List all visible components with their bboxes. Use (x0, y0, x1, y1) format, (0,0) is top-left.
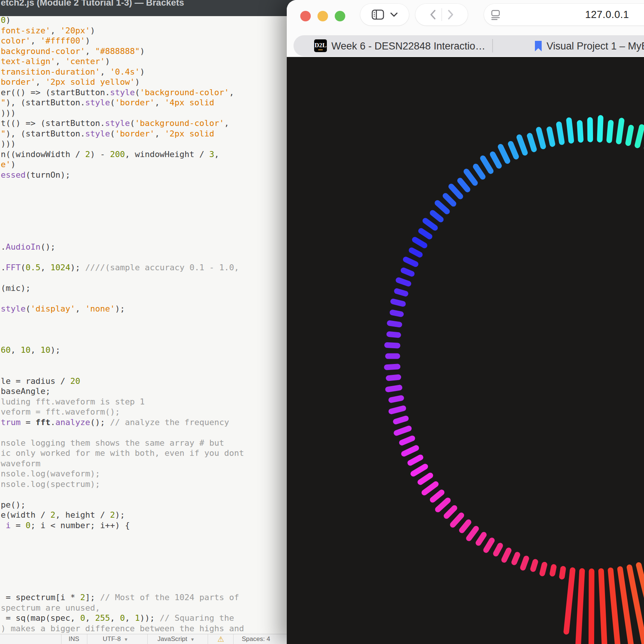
code-line[interactable] (0, 427, 287, 438)
back-button[interactable] (430, 9, 436, 20)
code-line[interactable] (0, 335, 287, 345)
code-line[interactable]: .AudioIn(); (0, 242, 287, 252)
code-line[interactable] (0, 314, 287, 325)
close-window-button[interactable] (300, 11, 311, 21)
code-line[interactable] (0, 252, 287, 263)
code-line[interactable]: ))) (0, 108, 287, 118)
code-line[interactable]: nsole.log(spectrum); (0, 479, 287, 490)
page-format-button[interactable] (491, 9, 500, 20)
code-line[interactable]: ))) (0, 139, 287, 149)
code-line[interactable]: n((windowWidth / 2) - 200, windowHeight … (0, 149, 287, 160)
code-line[interactable]: er(() => (startButton.style('background-… (0, 87, 287, 98)
spectrum-dash (446, 508, 454, 516)
code-line[interactable]: le = radius / 20 (0, 376, 287, 386)
tab-strip: D2L Week 6 - DESN22848 Interactio… Visua… (287, 32, 644, 57)
code-line[interactable]: "), (startButton.style('border', '4px so… (0, 97, 287, 108)
code-line[interactable] (0, 530, 287, 541)
code-line[interactable]: pe(); (0, 500, 287, 510)
statusbar-divider (87, 634, 87, 644)
spectrum-dash (433, 493, 442, 500)
code-line[interactable]: ) makes a bigger difference between the … (0, 623, 287, 634)
spectrum-dash (523, 559, 526, 568)
code-line[interactable]: nsole.log(waveform); (0, 469, 287, 479)
spectrum-dash (453, 515, 461, 525)
forward-button[interactable] (447, 9, 454, 20)
code-line[interactable]: luding fft.waveform is step 1 (0, 397, 287, 407)
code-line[interactable]: i = 0; i < number; i++) { (0, 520, 287, 531)
code-line[interactable]: color', '#ffff00') (0, 36, 287, 46)
code-line[interactable]: t(() => (startButton.style('background-c… (0, 118, 287, 129)
code-line[interactable]: = sq(map(spec, 0, 255, 0, 1)); // Squari… (0, 613, 287, 623)
indentation-setting[interactable]: Spaces: 4 (242, 635, 270, 643)
spectrum-dash (397, 291, 406, 294)
code-line[interactable]: background-color', "#888888") (0, 46, 287, 57)
spectrum-dash (539, 130, 543, 147)
minimize-window-button[interactable] (318, 11, 328, 21)
spectrum-dash (391, 408, 403, 411)
code-line[interactable]: baseAngle; (0, 386, 287, 397)
code-line[interactable] (0, 211, 287, 222)
code-line[interactable]: style('display', 'none'); (0, 304, 287, 314)
code-line[interactable] (0, 551, 287, 562)
code-line[interactable] (0, 365, 287, 376)
code-editor[interactable]: 0)font-size', '20px')color', '#ffff00')b… (0, 15, 287, 634)
code-line[interactable]: essed(turnOn); (0, 170, 287, 180)
code-line[interactable]: trum = fft.analyze(); // analyze the fre… (0, 417, 287, 428)
insert-mode-indicator[interactable]: INS (69, 635, 79, 643)
sidebar-toggle-button[interactable] (371, 9, 385, 20)
spectrum-dash (493, 154, 499, 166)
code-line[interactable]: font-size', '20px') (0, 25, 287, 36)
code-line[interactable]: e') (0, 159, 287, 170)
code-line[interactable] (0, 489, 287, 500)
spectrum-dash (391, 398, 401, 400)
history-nav (415, 4, 468, 25)
code-line[interactable]: e(width / 2, height / 2); (0, 510, 287, 520)
p5-sketch-canvas (287, 57, 644, 644)
code-line[interactable]: veform = fft.waveform(); (0, 407, 287, 417)
zoom-window-button[interactable] (335, 11, 345, 21)
spectrum-dash (601, 571, 610, 644)
code-line[interactable] (0, 355, 287, 366)
spectrum-dash (511, 144, 516, 157)
code-line[interactable]: transition-duration', '0.4s') (0, 67, 287, 77)
code-line[interactable]: .FFT(0.5, 1024); ////(sample accuracy 0.… (0, 262, 287, 273)
spectrum-dash (445, 196, 453, 204)
code-line[interactable]: waveform (0, 458, 287, 469)
code-line[interactable]: 60, 10, 10); (0, 345, 287, 355)
code-line[interactable] (0, 541, 287, 551)
address-bar[interactable]: 127.0.0.1 (484, 4, 644, 25)
code-line[interactable] (0, 201, 287, 211)
code-line[interactable] (0, 294, 287, 304)
code-line[interactable] (0, 324, 287, 335)
code-line[interactable] (0, 180, 287, 190)
tab-group-menu-button[interactable] (390, 12, 398, 17)
tab-pill: D2L Week 6 - DESN22848 Interactio… Visua… (294, 35, 644, 56)
language-selector[interactable]: JavaScript▼ (157, 635, 195, 643)
code-line[interactable]: 0) (0, 15, 287, 25)
audio-spectrum-ring (287, 57, 644, 644)
url-text: 127.0.0.1 (585, 9, 629, 21)
code-line[interactable]: text-align', 'center') (0, 56, 287, 67)
code-line[interactable]: spectrum are unused, (0, 603, 287, 613)
code-line[interactable] (0, 582, 287, 593)
code-line[interactable] (0, 562, 287, 572)
code-line[interactable] (0, 273, 287, 283)
code-line[interactable] (0, 232, 287, 242)
chevron-down-icon: ▼ (124, 637, 128, 642)
lint-warning-icon[interactable]: ⚠ (217, 635, 224, 644)
encoding-selector[interactable]: UTF-8▼ (103, 635, 128, 643)
code-line[interactable]: (mic); (0, 283, 287, 294)
spectrum-dash (476, 166, 483, 177)
code-line[interactable] (0, 190, 287, 201)
code-line[interactable]: = spectrum[i * 2]; // Most of the 1024 p… (0, 592, 287, 603)
code-line[interactable]: border', '2px solid yellow') (0, 77, 287, 87)
editor-statusbar: INS UTF-8▼ JavaScript▼ ⚠ Spaces: 4 (0, 634, 287, 644)
statusbar-divider (147, 634, 148, 644)
spectrum-dash (413, 467, 425, 474)
code-line[interactable]: "), (startButton.style('border', '2px so… (0, 129, 287, 139)
code-line[interactable] (0, 221, 287, 232)
code-line[interactable]: nsole logging them shows the same array … (0, 438, 287, 448)
code-line[interactable]: ic only worked for me with both, even if… (0, 448, 287, 458)
spectrum-dash (483, 158, 491, 171)
code-line[interactable] (0, 572, 287, 582)
